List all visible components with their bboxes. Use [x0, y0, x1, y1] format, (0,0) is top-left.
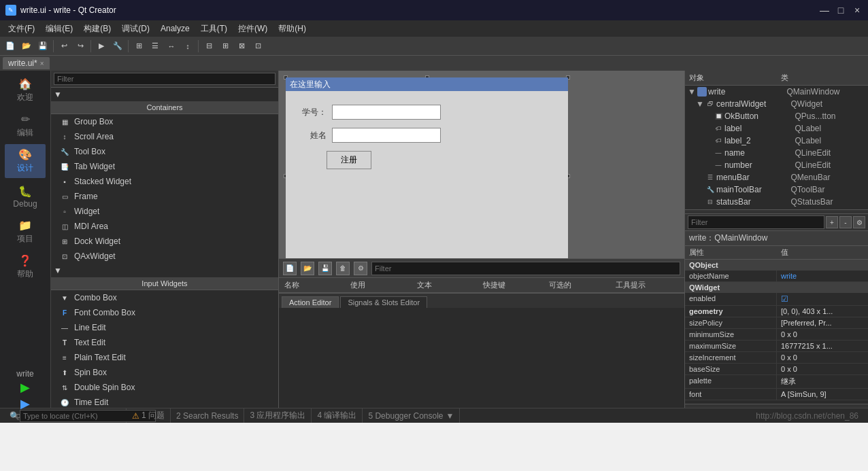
toolbar-undo[interactable]: ↩ — [56, 39, 71, 54]
sidebar-item-group-box[interactable]: ▦ Group Box — [51, 114, 278, 129]
design-canvas[interactable]: 在这里输入 学号： 姓名 注册 — [279, 71, 684, 258]
containers-collapse[interactable]: ▼ — [51, 88, 278, 101]
sidebar-item-combo-box[interactable]: ▼ Combo Box — [51, 290, 278, 305]
action-new-btn[interactable]: 📄 — [283, 262, 297, 275]
sidebar-item-scroll-area[interactable]: ↕ Scroll Area — [51, 129, 278, 144]
action-delete-btn[interactable]: 🗑 — [336, 262, 350, 275]
toolbar-grid[interactable]: ⊟ — [201, 39, 216, 54]
minimize-button[interactable]: — — [819, 5, 830, 16]
action-settings-btn[interactable]: ⚙ — [354, 262, 367, 275]
register-button[interactable]: 注册 — [327, 151, 371, 169]
status-issues[interactable]: ⚠ 1 问题 — [127, 408, 171, 423]
sidebar-item-double-spin-box[interactable]: ⇅ Double Spin Box — [51, 380, 278, 395]
props-remove-btn[interactable]: - — [839, 216, 852, 228]
prop-enabled[interactable]: enabled ☑ — [685, 293, 868, 306]
toolbar-break[interactable]: ⊡ — [250, 39, 265, 54]
tab-write-ui[interactable]: write.ui* × — [3, 57, 50, 69]
menu-build[interactable]: 构建(B) — [78, 22, 116, 36]
sidebar-item-tool-box[interactable]: 🔧 Tool Box — [51, 144, 278, 159]
menu-debug[interactable]: 调试(D) — [116, 22, 155, 36]
action-save-btn[interactable]: 💾 — [318, 262, 332, 275]
menu-help[interactable]: 帮助(H) — [273, 22, 312, 36]
write-expand-icon[interactable]: ▼ — [688, 87, 696, 97]
props-add-btn[interactable]: + — [826, 216, 838, 228]
sidebar-item-widget[interactable]: ▫ Widget — [51, 204, 278, 219]
prop-base-size[interactable]: baseSize 0 x 0 — [685, 364, 868, 375]
obj-write[interactable]: ▼ write QMainWindow — [685, 86, 868, 98]
toolbar-new[interactable]: 📄 — [3, 39, 18, 54]
toolbar-debug[interactable]: 🔧 — [110, 39, 125, 54]
close-button[interactable]: × — [852, 5, 863, 16]
sidebar-item-font-combo-box[interactable]: F Font Combo Box — [51, 305, 278, 320]
menu-widget[interactable]: 控件(W) — [233, 22, 273, 36]
central-expand-icon[interactable]: ▼ — [696, 99, 704, 109]
obj-toolbar[interactable]: 🔧 mainToolBar QToolBar — [685, 184, 868, 196]
sidebar-item-text-edit[interactable]: T Text Edit — [51, 335, 278, 350]
toolbar-layout[interactable]: ⊠ — [234, 39, 249, 54]
toolbar-redo[interactable]: ↪ — [73, 39, 88, 54]
prop-font[interactable]: font A [SimSun, 9] — [685, 389, 868, 400]
obj-statusbar[interactable]: ⊟ statusBar QStatusBar — [685, 196, 868, 208]
toolbar-save[interactable]: 💾 — [35, 39, 50, 54]
prop-size-policy[interactable]: sizePolicy [Preferred, Pr... — [685, 317, 868, 329]
sidebar-item-plain-text-edit[interactable]: ≡ Plain Text Edit — [51, 350, 278, 365]
status-compile-output[interactable]: 4 编译输出 — [312, 408, 363, 423]
sidebar-item-spin-box[interactable]: ⬆ Spin Box — [51, 365, 278, 380]
toolbar-align-top[interactable]: ↕ — [180, 39, 195, 54]
mode-welcome[interactable]: 🏠 欢迎 — [5, 73, 46, 107]
action-filter-input[interactable] — [371, 262, 680, 275]
mode-design[interactable]: 🎨 设计 — [5, 144, 46, 178]
mode-project[interactable]: 📁 项目 — [5, 215, 46, 249]
menu-file[interactable]: 文件(F) — [3, 22, 40, 36]
toolbar-open[interactable]: 📂 — [19, 39, 34, 54]
sidebar-item-stacked-widget[interactable]: ▪ Stacked Widget — [51, 174, 278, 189]
obj-menubar[interactable]: ☰ menuBar QMenuBar — [685, 171, 868, 184]
toolbar-align-center[interactable]: ☰ — [148, 39, 163, 54]
prop-max-size[interactable]: maximumSize 16777215 x 1... — [685, 341, 868, 352]
student-id-input[interactable] — [332, 105, 441, 120]
mode-edit[interactable]: ✏ 编辑 — [5, 109, 46, 143]
sidebar-item-time-edit[interactable]: 🕐 Time Edit — [51, 395, 278, 408]
status-app-output[interactable]: 3 应用程序输出 — [244, 408, 312, 423]
props-filter-input[interactable] — [688, 215, 824, 229]
prop-object-name[interactable]: objectName write — [685, 271, 868, 282]
status-search-results[interactable]: 2 Search Results — [171, 408, 244, 423]
tab-signals-slots[interactable]: Signals & Slots Editor — [340, 296, 427, 308]
obj-ok-button[interactable]: 🔲 OkButton QPus...tton — [685, 110, 868, 122]
props-panel-scrollbar[interactable] — [685, 404, 868, 408]
sidebar-item-mdi-area[interactable]: ◫ MDI Area — [51, 219, 278, 234]
tab-action-editor[interactable]: Action Editor — [282, 296, 339, 308]
obj-label-2[interactable]: 🏷 label_2 QLabel — [685, 135, 868, 147]
obj-name[interactable]: — name QLineEdit — [685, 147, 868, 159]
menu-tools[interactable]: 工具(T) — [195, 22, 233, 36]
filter-input[interactable] — [54, 73, 276, 85]
status-debugger[interactable]: 5 Debugger Console ▼ — [363, 408, 460, 423]
input-widgets-collapse[interactable]: ▼ — [51, 264, 278, 277]
prop-geometry[interactable]: geometry [0, 0), 403 x 1... — [685, 306, 868, 317]
obj-number[interactable]: — number QLineEdit — [685, 159, 868, 171]
toolbar-form[interactable]: ⊞ — [218, 39, 233, 54]
obj-label[interactable]: 🏷 label QLabel — [685, 122, 868, 135]
toolbar-align-left[interactable]: ⊞ — [131, 39, 146, 54]
action-open-btn[interactable]: 📂 — [301, 262, 314, 275]
prop-min-size[interactable]: minimumSize 0 x 0 — [685, 329, 868, 341]
menu-edit[interactable]: 编辑(E) — [40, 22, 78, 36]
sidebar-item-dock-widget[interactable]: ⊞ Dock Widget — [51, 234, 278, 249]
prop-palette[interactable]: palette 继承 — [685, 375, 868, 389]
tab-close-button[interactable]: × — [40, 60, 44, 67]
prop-size-increment[interactable]: sizeIncrement 0 x 0 — [685, 352, 868, 364]
run-button[interactable]: ▶ — [20, 380, 30, 395]
sidebar-item-qaxwidget[interactable]: ⊡ QAxWidget — [51, 249, 278, 264]
maximize-button[interactable]: □ — [835, 5, 846, 16]
obj-central-widget[interactable]: ▼ 🗗 centralWidget QWidget — [685, 98, 868, 110]
sidebar-item-tab-widget[interactable]: 📑 Tab Widget — [51, 159, 278, 174]
mode-help[interactable]: ❓ 帮助 — [5, 250, 46, 284]
sidebar-item-line-edit[interactable]: — Line Edit — [51, 320, 278, 335]
props-settings-btn[interactable]: ⚙ — [853, 216, 865, 228]
toolbar-run[interactable]: ▶ — [94, 39, 109, 54]
toolbar-align-right[interactable]: ↔ — [164, 39, 179, 54]
menu-analyze[interactable]: Analyze — [155, 22, 195, 35]
window-controls[interactable]: — □ × — [819, 5, 863, 16]
sidebar-item-frame[interactable]: ▭ Frame — [51, 189, 278, 204]
name-input[interactable] — [332, 128, 441, 143]
